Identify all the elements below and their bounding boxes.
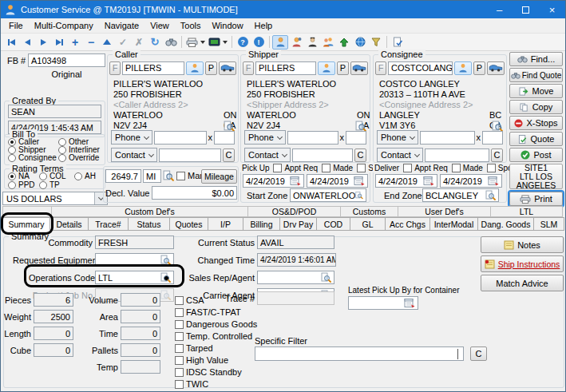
collapse-button[interactable] — [99, 35, 115, 49]
area-field[interactable]: 0 — [121, 310, 160, 323]
volume-field[interactable]: 0 — [121, 293, 160, 307]
group-mode-button[interactable] — [320, 35, 336, 49]
calendar-icon[interactable] — [290, 176, 301, 186]
tab-group-osd-pod[interactable]: OS&D/POD — [248, 206, 341, 217]
shipper-p-button[interactable]: P — [337, 61, 349, 75]
contact-mode-button[interactable] — [288, 35, 304, 49]
caller-f-button[interactable]: F — [109, 61, 121, 75]
minimize-button[interactable]: – — [486, 1, 513, 18]
tab-intermodal[interactable]: InterModal — [430, 217, 478, 231]
calendar-icon[interactable] — [423, 176, 434, 186]
search-icon[interactable] — [160, 272, 171, 283]
tab-gl[interactable]: GL — [350, 217, 386, 231]
consignee-c-button[interactable]: C — [491, 148, 503, 162]
weight-field[interactable]: 2500 — [34, 310, 73, 323]
caller-c-button[interactable]: C — [223, 148, 235, 162]
rating-option-ppd[interactable]: PPD — [8, 180, 35, 189]
driver-mode-button[interactable] — [304, 35, 320, 49]
shipper-phone-type-select[interactable]: Phone — [244, 130, 286, 145]
shipper-ext-field[interactable] — [346, 131, 366, 145]
tab-group-user-defs[interactable]: User Def's — [398, 206, 491, 217]
tab-details[interactable]: Details — [50, 217, 89, 231]
flag-idsc-standby-checkbox[interactable]: IDSC Standby — [175, 367, 242, 377]
print-dropdown-button[interactable] — [184, 35, 207, 49]
next-record-button[interactable] — [35, 35, 51, 49]
post-button[interactable]: Post — [509, 148, 563, 162]
add-record-button[interactable]: + — [67, 35, 83, 49]
pieces-field[interactable]: 6 — [34, 293, 73, 307]
quote-button[interactable]: Quote — [509, 132, 563, 146]
web-button[interactable] — [352, 35, 368, 49]
shipper-map-button[interactable] — [350, 61, 368, 75]
tab-summary[interactable]: Summary — [2, 217, 50, 231]
find-quote-button[interactable]: Find Quote — [509, 68, 563, 82]
consignee-code-field[interactable]: COSTCOLANG — [388, 61, 453, 75]
deliver-date-from-field[interactable]: 4/24/2019 — [375, 174, 437, 188]
tab-trace[interactable]: Trace# — [89, 217, 129, 231]
consignee-map-button[interactable] — [487, 61, 505, 75]
menu-multi-company[interactable]: Multi-Company — [29, 20, 99, 31]
report-button[interactable] — [390, 35, 406, 49]
consignee-contact-field[interactable] — [425, 148, 489, 162]
accept-button[interactable]: ✓ — [115, 35, 131, 49]
caller-p-button[interactable]: P — [205, 61, 217, 75]
consignee-f-button[interactable]: F — [375, 61, 386, 75]
bill-to-option-consignee[interactable]: Consignee — [8, 153, 57, 162]
delete-record-button[interactable]: − — [83, 35, 99, 49]
flag-tarped-checkbox[interactable]: Tarped — [175, 343, 213, 353]
flag-dangerous-goods-checkbox[interactable]: Dangerous Goods — [175, 319, 257, 329]
shipper-contact-select[interactable]: Contact — [244, 148, 291, 162]
deliver-date-to-field[interactable]: 4/24/2019 — [440, 174, 502, 188]
copy-button[interactable]: Copy — [509, 100, 563, 114]
consignee-ext-field[interactable] — [482, 131, 503, 145]
shipper-phone-field[interactable] — [287, 131, 338, 145]
consignee-phone-field[interactable] — [420, 131, 475, 145]
flag-fast-ctpat-checkbox[interactable]: FAST/C-TPAT — [175, 307, 241, 317]
tab-slm[interactable]: SLM — [534, 217, 564, 231]
caller-customer-button[interactable] — [186, 61, 204, 75]
specific-filter-select[interactable] — [255, 346, 464, 361]
search-icon[interactable] — [321, 272, 331, 283]
menu-help[interactable]: Help — [249, 20, 279, 31]
flag-csa-checkbox[interactable]: CSA — [175, 295, 204, 305]
rating-option-na[interactable]: NA — [8, 172, 30, 180]
menu-tools[interactable]: Tools — [175, 20, 207, 31]
pallets-field[interactable]: 0 — [121, 343, 160, 357]
flag-twic-checkbox[interactable]: TWIC — [175, 379, 208, 389]
notes-button[interactable]: Notes — [481, 236, 564, 253]
caller-phone-field[interactable] — [154, 131, 207, 145]
mileage-units-field[interactable]: MI — [143, 169, 161, 183]
tab-group-ltl[interactable]: LTL — [491, 206, 563, 217]
last-record-button[interactable] — [51, 35, 67, 49]
caller-map-button[interactable] — [219, 61, 236, 75]
tab-status[interactable]: Status — [129, 217, 170, 231]
prev-record-button[interactable] — [19, 35, 35, 49]
commodity-field[interactable]: FRESH — [95, 236, 174, 249]
help-button[interactable]: ? — [235, 35, 251, 49]
match-advice-button[interactable]: Match Advice — [481, 275, 564, 291]
caller-phone-type-select[interactable]: Phone — [111, 130, 152, 145]
tab-drv-pay[interactable]: Drv Pay — [280, 217, 317, 231]
tab-group-custom-defs[interactable]: Custom Def's — [52, 206, 248, 217]
upload-button[interactable] — [336, 35, 352, 49]
shipper-customer-button[interactable] — [318, 61, 335, 75]
shipper-code-field[interactable]: PILLERS — [255, 61, 316, 75]
view-dropdown-button[interactable] — [207, 35, 229, 49]
rating-option-ah[interactable]: AH — [74, 172, 96, 180]
requested-equipment-field[interactable] — [95, 253, 174, 267]
specific-filter-c-button[interactable]: C — [470, 346, 487, 361]
cube-field[interactable]: 0 — [34, 343, 73, 357]
calendar-icon[interactable] — [354, 176, 365, 186]
rating-option-col[interactable]: COL — [39, 172, 66, 180]
temp-field[interactable] — [121, 360, 160, 374]
fb-number-field[interactable]: A103498 — [28, 53, 105, 67]
tab-acc-chgs[interactable]: Acc Chgs — [386, 217, 430, 231]
tab-dang-goods[interactable]: Dang. Goods — [478, 217, 534, 231]
shipper-c-button[interactable]: C — [354, 148, 366, 162]
deliver-made-checkbox[interactable]: Made — [452, 164, 483, 172]
refresh-button[interactable]: ↻ — [147, 35, 163, 49]
first-record-button[interactable] — [3, 35, 19, 49]
deliver-appt-checkbox[interactable]: Appt Req — [403, 164, 448, 172]
consignee-contact-select[interactable]: Contact — [377, 148, 423, 162]
cancel-button[interactable]: ✗ — [131, 35, 147, 49]
